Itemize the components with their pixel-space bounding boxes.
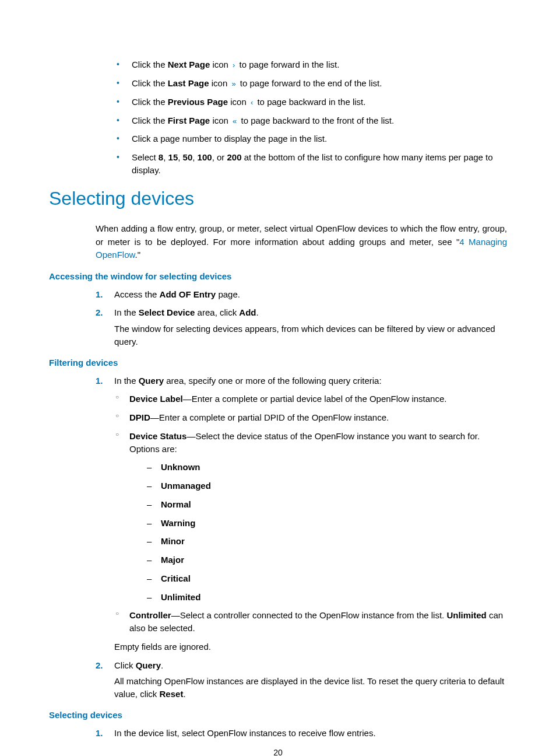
- list-item: Click the Last Page icon » to page forwa…: [113, 77, 507, 90]
- page-number: 20: [0, 748, 556, 756]
- subheading-filtering-devices: Filtering devices: [49, 358, 507, 368]
- heading-selecting-devices: Selecting devices: [49, 187, 507, 209]
- list-item: Controller—Select a controller connected…: [114, 609, 507, 635]
- chevron-left-icon: ‹: [249, 98, 255, 107]
- chevron-double-right-icon: »: [230, 79, 237, 88]
- chevron-double-left-icon: «: [231, 117, 238, 125]
- filtering-steps: In the Query area, specify one or more o…: [96, 374, 507, 701]
- step-item: In the device list, select OpenFlow inst…: [96, 727, 507, 740]
- step-item: In the Query area, specify one or more o…: [96, 374, 507, 653]
- status-option: Minor: [147, 535, 507, 548]
- document-page: Click the Next Page icon › to page forwa…: [0, 0, 556, 756]
- empty-fields-note: Empty fields are ignored.: [114, 640, 507, 653]
- step-followup: All matching OpenFlow instances are disp…: [114, 675, 507, 701]
- chevron-right-icon: ›: [231, 61, 237, 69]
- accessing-steps: Access the Add OF Entry page. In the Sel…: [96, 288, 507, 348]
- status-option: Unmanaged: [147, 480, 507, 492]
- intro-paragraph: When adding a flow entry, group, or mete…: [96, 222, 507, 262]
- list-item: Device Label—Enter a complete or partial…: [114, 393, 507, 405]
- subheading-selecting-devices: Selecting devices: [49, 710, 507, 720]
- step-item: Access the Add OF Entry page.: [96, 288, 507, 301]
- list-item: Click the Next Page icon › to page forwa…: [113, 58, 507, 71]
- list-item: Select 8, 15, 50, 100, or 200 at the bot…: [113, 151, 507, 177]
- step-item: Click Query. All matching OpenFlow insta…: [96, 659, 507, 701]
- query-criteria-list: Device Label—Enter a complete or partial…: [114, 393, 507, 635]
- pagination-tips-list: Click the Next Page icon › to page forwa…: [113, 58, 507, 177]
- step-item: In the Select Device area, click Add. Th…: [96, 306, 507, 348]
- status-option: Critical: [147, 572, 507, 585]
- list-item: Click the First Page icon « to page back…: [113, 114, 507, 127]
- status-option: Unlimited: [147, 591, 507, 604]
- status-option: Major: [147, 554, 507, 566]
- device-status-options: Unknown Unmanaged Normal Warning Minor M…: [147, 461, 507, 603]
- list-item: Device Status—Select the device status o…: [114, 430, 507, 604]
- link-chapter-4[interactable]: 4: [459, 237, 464, 247]
- selecting-steps: In the device list, select OpenFlow inst…: [96, 727, 507, 740]
- subheading-accessing-window: Accessing the window for selecting devic…: [49, 271, 507, 281]
- status-option: Normal: [147, 498, 507, 511]
- step-followup: The window for selecting devices appears…: [114, 323, 507, 348]
- status-option: Warning: [147, 517, 507, 530]
- list-item: Click a page number to display the page …: [113, 132, 507, 145]
- list-item: DPID—Enter a complete or partial DPID of…: [114, 411, 507, 424]
- list-item: Click the Previous Page icon ‹ to page b…: [113, 96, 507, 108]
- status-option: Unknown: [147, 461, 507, 474]
